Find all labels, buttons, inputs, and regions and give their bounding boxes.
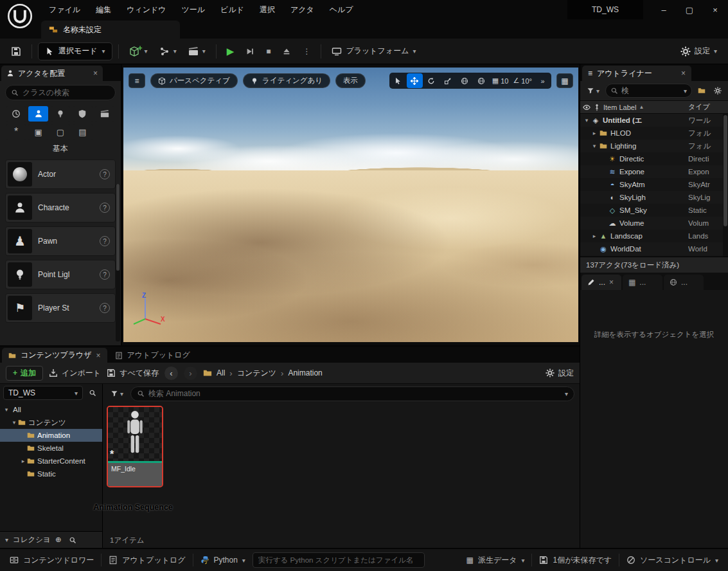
breadcrumb-content[interactable]: コンテンツ [237, 368, 276, 379]
maximize-viewport-button[interactable]: ▦ [556, 73, 573, 88]
tab-untitled-level[interactable]: 名称未設定 [41, 21, 180, 39]
outliner-settings-button[interactable] [711, 84, 724, 98]
menu-edit[interactable]: 編集 [88, 0, 119, 19]
source-control-button[interactable]: ソースコントロール ▾ [619, 549, 725, 571]
python-command-input[interactable] [253, 552, 425, 568]
world-space-toggle[interactable] [457, 73, 473, 88]
class-search-input[interactable] [22, 88, 110, 97]
menu-build[interactable]: ビルド [213, 0, 252, 19]
pin-icon[interactable] [593, 104, 601, 111]
tab-world-settings[interactable]: ▦ ... [623, 275, 662, 290]
menu-tools[interactable]: ツール [174, 0, 213, 19]
tree-item-skeletal[interactable]: Skeletal [0, 442, 102, 455]
filters-dropdown[interactable]: ▾ [108, 386, 126, 401]
perspective-dropdown[interactable]: パースペクティブ [150, 73, 238, 88]
expand-toolbar-chevron[interactable]: » [535, 73, 551, 88]
move-tool-button[interactable] [407, 73, 423, 88]
view-mode-dropdown[interactable]: ライティングあり [243, 73, 330, 88]
help-badge[interactable]: ? [100, 236, 110, 246]
blueprints-dropdown[interactable]: ▾ [155, 42, 181, 60]
breadcrumb-all[interactable]: All [217, 368, 225, 377]
tab-details[interactable]: ... × [582, 275, 621, 290]
outliner-row-volumetric-cloud[interactable]: ☁ Volume Volum [580, 217, 728, 230]
save-all-button[interactable]: すべて保存 [107, 368, 159, 379]
category-all-classes-button[interactable]: ▤ [73, 124, 92, 140]
rotation-snap-toggle[interactable]: ∠10° [511, 73, 534, 88]
outliner-search-input[interactable] [621, 86, 680, 95]
content-settings-dropdown[interactable]: 設定 [546, 368, 574, 379]
cinematics-dropdown[interactable]: ▾ [184, 42, 210, 60]
add-button[interactable]: + 追加 [6, 366, 43, 381]
close-icon[interactable]: × [93, 69, 98, 78]
maximize-button[interactable]: ▢ [677, 0, 702, 19]
viewport-menu-button[interactable]: ≡ [129, 73, 145, 88]
tab-content-browser[interactable]: コンテンツブラウザ × [2, 348, 107, 363]
unsaved-status-button[interactable]: 1個が未保存です [532, 549, 619, 571]
grid-snap-toggle[interactable]: ▦10 [490, 73, 511, 88]
show-dropdown[interactable]: 表示 [335, 73, 366, 88]
place-item-player-start[interactable]: ⚑ Player St ? [5, 293, 116, 323]
place-item-actor[interactable]: Actor ? [5, 159, 116, 189]
outliner-row-sky-sphere[interactable]: ◇ SM_Sky Static [580, 204, 728, 217]
back-button[interactable]: ‹ [164, 367, 178, 380]
create-folder-button[interactable] [695, 84, 708, 98]
output-log-button[interactable]: アウトプットログ [102, 549, 192, 571]
category-volumes-button[interactable]: ▢ [51, 124, 70, 140]
category-recent-button[interactable] [6, 106, 26, 122]
skip-frame-button[interactable] [241, 42, 259, 60]
category-geometry-button[interactable]: ▣ [28, 124, 48, 140]
place-item-point-light[interactable]: Point Ligl ? [5, 260, 116, 289]
outliner-row-world[interactable]: ▾ ◈ Untitled (エ ワール [580, 114, 728, 127]
surface-snap-toggle[interactable] [474, 73, 490, 88]
help-badge[interactable]: ? [100, 203, 110, 213]
stop-button[interactable]: ■ [262, 42, 275, 60]
forward-button[interactable]: › [184, 367, 197, 380]
breadcrumb-animation[interactable]: Animation [288, 368, 322, 377]
close-icon[interactable]: × [96, 351, 101, 360]
collections-search-button[interactable] [66, 533, 79, 547]
tab-outliner[interactable]: ≡ アウトライナー × [582, 66, 691, 81]
outliner-row-directional-light[interactable]: ☀ Directic Directi [580, 152, 728, 165]
select-mode-dropdown[interactable]: 選択モード ▾ [38, 42, 112, 60]
column-item-label[interactable]: Item Label ▲ [603, 104, 686, 111]
menu-window[interactable]: ウィンドウ [119, 0, 173, 19]
outliner-row-hlod[interactable]: ▸ HLOD フォル [580, 127, 728, 140]
category-shapes-button[interactable] [73, 106, 92, 122]
category-basic-button[interactable] [28, 106, 48, 122]
help-badge[interactable]: ? [100, 169, 110, 179]
outliner-row-lighting[interactable]: ▾ Lighting フォル [580, 140, 728, 152]
scale-tool-button[interactable] [440, 73, 456, 88]
category-vfx-button[interactable]: * [6, 124, 26, 140]
derived-data-dropdown[interactable]: ▦ 派生データ ▾ [459, 549, 532, 571]
outliner-row-world-data[interactable]: ◉ WorldDat World [580, 242, 728, 255]
outliner-row-sky-light[interactable]: ◐ SkyLigh SkyLig [580, 191, 728, 204]
select-tool-button[interactable] [390, 73, 406, 88]
menu-help[interactable]: ヘルプ [322, 0, 361, 19]
save-button[interactable] [6, 42, 26, 60]
outliner-row-height-fog[interactable]: ≋ Expone Expon [580, 165, 728, 178]
close-icon[interactable]: × [609, 278, 614, 287]
import-button[interactable]: インポート [49, 368, 101, 379]
eject-button[interactable] [278, 42, 296, 60]
menu-actor[interactable]: アクタ [283, 0, 322, 19]
column-type[interactable]: タイプ [688, 102, 725, 112]
outliner-filter-dropdown[interactable]: ▾ [584, 84, 602, 98]
unreal-logo-icon[interactable] [5, 3, 35, 35]
close-button[interactable]: × [702, 0, 728, 19]
outliner-row-landscape[interactable]: ▸ ▲ Landscap Lands [580, 230, 728, 242]
menu-file[interactable]: ファイル [41, 0, 88, 19]
settings-dropdown[interactable]: 設定 ▾ [676, 42, 722, 60]
content-drawer-button[interactable]: コンテンツドロワー [3, 549, 101, 571]
tree-item-startercontent[interactable]: ▸ StarterContent [0, 455, 102, 467]
asset-tile-mf-idle[interactable]: * MF_Idle [107, 406, 163, 487]
asset-search-input[interactable] [148, 389, 561, 398]
visibility-eye-icon[interactable] [583, 104, 590, 111]
help-badge[interactable]: ? [100, 269, 110, 280]
place-actors-tab[interactable]: アクタを配置 × [1, 66, 103, 81]
sources-search-button[interactable] [86, 386, 99, 400]
tree-item-static[interactable]: Static [0, 467, 102, 480]
help-badge[interactable]: ? [100, 303, 110, 313]
platforms-dropdown[interactable]: プラットフォーム ▾ [327, 42, 420, 60]
place-item-pawn[interactable]: ♟ Pawn ? [5, 226, 116, 256]
outliner-scrollbar[interactable] [723, 114, 728, 257]
